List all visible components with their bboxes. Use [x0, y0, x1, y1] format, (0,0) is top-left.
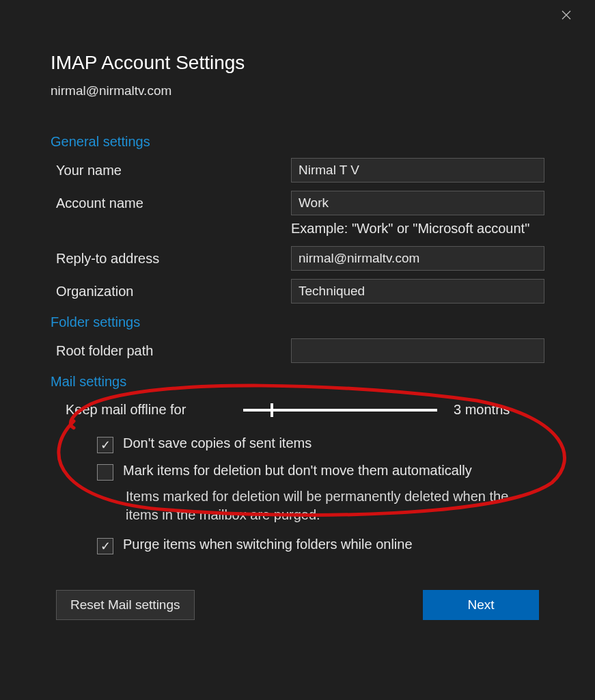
your-name-label: Your name — [51, 163, 291, 178]
organization-input[interactable] — [291, 279, 544, 304]
root-folder-input[interactable] — [291, 338, 544, 363]
account-email: nirmal@nirmaltv.com — [51, 83, 544, 98]
close-icon — [561, 10, 572, 23]
reply-to-input[interactable] — [291, 246, 544, 271]
account-name-input[interactable] — [291, 191, 544, 215]
purge-checkbox[interactable] — [97, 538, 113, 554]
section-title-mail: Mail settings — [51, 374, 544, 390]
account-name-hint: Example: "Work" or "Microsoft account" — [291, 221, 544, 237]
root-folder-label: Root folder path — [51, 343, 291, 359]
mark-delete-checkbox[interactable] — [97, 464, 113, 481]
keep-offline-slider[interactable] — [243, 409, 454, 412]
your-name-input[interactable] — [291, 158, 544, 183]
section-title-folder: Folder settings — [51, 314, 544, 330]
dont-save-sent-label: Don't save copies of sent items — [123, 434, 312, 453]
purge-label: Purge items when switching folders while… — [123, 535, 413, 554]
account-name-label: Account name — [51, 196, 291, 211]
next-button[interactable]: Next — [423, 590, 539, 620]
organization-label: Organization — [51, 284, 291, 299]
reply-to-label: Reply-to address — [51, 251, 291, 267]
reset-mail-settings-button[interactable]: Reset Mail settings — [56, 590, 195, 620]
close-button[interactable] — [557, 7, 576, 26]
dont-save-sent-checkbox[interactable] — [97, 437, 113, 453]
slider-thumb-icon[interactable] — [271, 403, 273, 417]
page-title: IMAP Account Settings — [51, 52, 544, 74]
keep-offline-label: Keep mail offline for — [51, 402, 243, 418]
mark-delete-note: Items marked for deletion will be perman… — [51, 485, 544, 531]
mark-delete-label: Mark items for deletion but don't move t… — [123, 461, 472, 480]
keep-offline-value: 3 months — [454, 402, 544, 418]
section-title-general: General settings — [51, 134, 544, 150]
